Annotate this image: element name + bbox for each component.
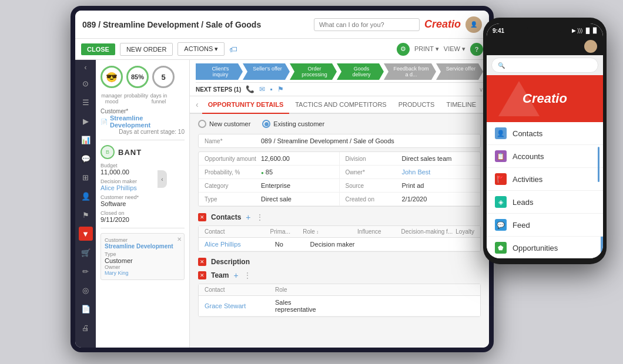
view-button[interactable]: VIEW ▾	[444, 45, 465, 53]
th-influence: Influence	[357, 228, 401, 235]
pipeline-step-6[interactable]: Service offer	[436, 63, 483, 80]
pipeline-section: Client's inquiry Seller's offer Order pr…	[190, 60, 489, 96]
radio-new-outer	[198, 120, 206, 128]
phone-menu-accounts[interactable]: 📋 Accounts	[487, 145, 603, 168]
contact-role: Decision maker	[310, 241, 369, 248]
table-row: Alice Phillips No Decision maker	[199, 238, 480, 251]
th-decision: Decision-making f...	[401, 228, 455, 235]
sidebar-icon-chat[interactable]: 💬	[79, 151, 93, 166]
opportunity-amount-value: 12,600.00	[261, 155, 290, 162]
sidebar-icon-chart[interactable]: 📊	[79, 133, 93, 147]
th-contact[interactable]: Contact	[205, 228, 270, 235]
phone-menu-contacts[interactable]: 👤 Contacts	[487, 122, 603, 145]
sidebar-icon-edit[interactable]: ✏	[79, 264, 93, 278]
name-value: 089 / Streamline Development / Sale of G…	[261, 137, 394, 144]
customer-type-radio-group: New customer Existing customer	[198, 120, 481, 128]
radio-existing-customer[interactable]: Existing customer	[262, 120, 324, 128]
phone: 9:41 ▶ ))) ▐▌ ▉ 🔍 Creatio 👤 Contacts 📋 A…	[483, 18, 607, 264]
tab-timeline[interactable]: TIMELINE	[440, 96, 482, 114]
tabs-row: ‹ OPPORTUNITY DETAILS TACTICS AND COMPET…	[190, 96, 489, 114]
pipeline-step-2[interactable]: Seller's offer	[243, 63, 290, 80]
phone-search-bar[interactable]: 🔍	[491, 58, 598, 73]
mini-card-customer-name[interactable]: Streamline Development	[105, 243, 180, 250]
tab-opportunity-details[interactable]: OPPORTUNITY DETAILS	[202, 96, 290, 114]
sidebar-icon-circle[interactable]: ◎	[79, 283, 93, 297]
mini-card-close-button[interactable]: ✕	[177, 236, 182, 242]
sidebar-icon-flag[interactable]: ⚑	[79, 208, 93, 222]
pipeline-step-3[interactable]: Order processing	[290, 63, 337, 80]
created-on-value: 2/1/2020	[402, 196, 427, 203]
activities-menu-label: Activities	[513, 175, 542, 184]
pipeline-step-5[interactable]: Feedback from a d...	[384, 63, 436, 80]
pipeline-step-1[interactable]: Client's inquiry	[196, 63, 243, 80]
phone-menu: 👤 Contacts 📋 Accounts 🚩 Activities ◈ Lea…	[487, 122, 603, 258]
sidebar-icon-home[interactable]: ⊙	[79, 76, 93, 90]
th-loyalty: Loyalty	[455, 228, 474, 235]
accounts-icon: 📋	[495, 150, 507, 162]
bant-closed-on: Closed on 9/11/2020	[101, 210, 185, 223]
sidebar-icon-active[interactable]: ▼	[79, 227, 93, 241]
contacts-section-title: Contacts	[211, 213, 241, 221]
phone-user-avatar[interactable]	[584, 40, 597, 53]
activities-icon: 🚩	[495, 173, 507, 185]
team-contact-name[interactable]: Grace Stewart	[205, 302, 275, 309]
owner-value[interactable]: John Best	[402, 168, 431, 176]
radio-new-customer[interactable]: New customer	[198, 120, 250, 128]
help-icon[interactable]: ?	[470, 43, 483, 56]
sidebar-icon-cart[interactable]: 🛒	[79, 245, 93, 259]
sidebar-icon-user[interactable]: 👤	[79, 189, 93, 203]
type-label: Type	[205, 196, 257, 203]
tag-icon[interactable]: 🏷	[229, 45, 237, 54]
team-menu-button[interactable]: ⋮	[243, 271, 252, 280]
email-icon[interactable]: ✉	[259, 85, 265, 93]
bant-title: BANT	[118, 148, 142, 157]
sidebar-icon-doc[interactable]: 📄	[79, 302, 93, 316]
next-steps-expand-icon[interactable]: ∨	[479, 86, 483, 93]
type-value: Direct sale	[261, 196, 292, 203]
flag-icon[interactable]: ⚑	[277, 85, 284, 93]
tab-tactics[interactable]: TACTICS AND COMPETITORS	[289, 96, 392, 114]
pipeline-step-4[interactable]: Goods delivery	[337, 63, 384, 80]
close-button[interactable]: CLOSE	[81, 43, 115, 55]
search-input[interactable]	[314, 18, 420, 31]
contacts-menu-button[interactable]: ⋮	[256, 213, 264, 222]
tab-products[interactable]: PRODUCTS	[393, 96, 441, 114]
actions-button[interactable]: ACTIONS ▾	[177, 42, 225, 56]
team-add-button[interactable]: +	[233, 271, 238, 280]
print-button[interactable]: PRINT ▾	[414, 45, 439, 53]
tab-chevron-icon[interactable]: ‹	[196, 100, 199, 109]
gear-icon[interactable]: ⚙	[397, 43, 410, 56]
team-section-icon: ✕	[198, 271, 206, 279]
contacts-icon: 👤	[495, 127, 507, 139]
th-primary[interactable]: Prima...	[270, 228, 303, 235]
phone-scrollbar[interactable]	[598, 147, 599, 182]
accounts-menu-label: Accounts	[513, 152, 544, 161]
created-on-label: Created on	[346, 196, 398, 203]
th-role[interactable]: Role	[303, 228, 357, 235]
sidebar-chevron-icon[interactable]: ‹	[85, 63, 87, 72]
contact-name[interactable]: Alice Phillips	[205, 241, 275, 248]
sidebar-icon-grid[interactable]: ⊞	[79, 170, 93, 184]
customer-name[interactable]: Streamline Development	[110, 114, 185, 129]
bant-decision-maker: Decision maker Alice Phillips	[101, 178, 185, 191]
source-cell: Source Print ad	[340, 179, 481, 193]
budget-value: 11,000.00	[101, 168, 185, 176]
mini-card-owner-value[interactable]: Mary King	[105, 270, 180, 276]
sidebar-icon-menu[interactable]: ☰	[79, 95, 93, 109]
contacts-add-button[interactable]: +	[246, 213, 250, 222]
th-team-role: Role	[275, 287, 334, 293]
sidebar-icon-play[interactable]: ▶	[79, 114, 93, 128]
metric-labels: manager mood probability days in funnel	[101, 93, 185, 105]
phone-menu-activities[interactable]: 🚩 Activities	[487, 168, 603, 191]
phone-menu-leads[interactable]: ◈ Leads	[487, 191, 603, 214]
tablet: 089 / Streamline Development / Sale of G…	[71, 6, 494, 352]
phone-menu-opportunities[interactable]: ⬟ Opportunities	[487, 237, 603, 258]
phone-icon[interactable]: 📞	[246, 85, 254, 93]
new-order-button[interactable]: NEW ORDER	[120, 43, 173, 56]
phone-menu-feed[interactable]: 💬 Feed	[487, 214, 603, 237]
task-icon[interactable]: ▪	[270, 85, 272, 93]
sidebar-icon-print[interactable]: 🖨	[79, 321, 93, 335]
customer-field-label: Customer*	[101, 108, 185, 114]
decision-maker-value[interactable]: Alice Phillips	[101, 184, 185, 191]
panel-collapse-button[interactable]: ‹	[158, 170, 167, 188]
